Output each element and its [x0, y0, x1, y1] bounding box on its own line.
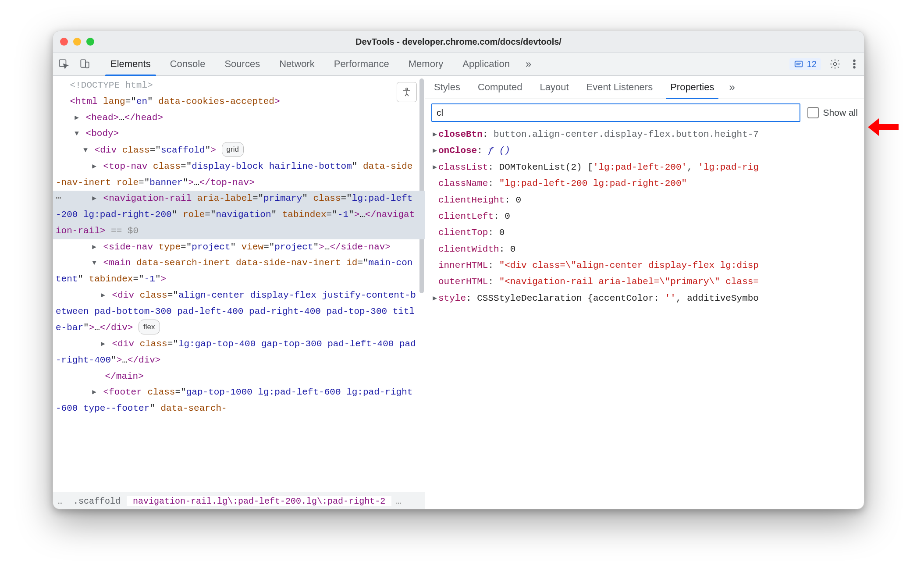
show-all-toggle[interactable]: Show all: [807, 107, 858, 118]
tab-layout[interactable]: Layout: [531, 76, 577, 99]
tab-properties[interactable]: Properties: [661, 76, 723, 99]
property-key: style: [438, 293, 466, 303]
tag-body: <body>: [86, 128, 119, 139]
property-key: onClose: [438, 146, 477, 156]
breadcrumb-overflow-left-icon[interactable]: …: [53, 496, 67, 506]
settings-gear-icon[interactable]: [825, 58, 845, 70]
window-zoom-icon[interactable]: [86, 38, 94, 46]
svg-point-4: [834, 63, 837, 66]
disclosure-right-icon[interactable]: ▶: [431, 292, 438, 305]
issues-count: 12: [807, 59, 817, 69]
side-tabs-overflow-icon[interactable]: »: [723, 76, 738, 99]
svg-rect-2: [85, 62, 89, 68]
tab-label: Console: [170, 58, 206, 70]
tab-elements[interactable]: Elements: [101, 53, 160, 75]
tree-row[interactable]: </main>: [53, 369, 425, 385]
tree-row[interactable]: ▶ <div class="align-center display-flex …: [53, 288, 425, 336]
tree-row[interactable]: ▼ <div class="scaffold"> grid: [53, 142, 425, 159]
property-row[interactable]: ▶onClose: ƒ (): [431, 142, 858, 159]
tree-row[interactable]: <!DOCTYPE html>: [53, 78, 425, 94]
tab-network[interactable]: Network: [270, 53, 324, 75]
property-row[interactable]: outerHTML: "<navigation-rail aria-label=…: [431, 274, 858, 290]
accessibility-button[interactable]: [397, 82, 417, 102]
scrollbar-thumb[interactable]: [419, 78, 424, 293]
property-row[interactable]: ▶closeBtn: button.align-center.display-f…: [431, 126, 858, 142]
property-row[interactable]: className: "lg:pad-left-200 lg:pad-right…: [431, 175, 858, 192]
side-tabs: Styles Computed Layout Event Listeners P…: [425, 76, 864, 99]
disclosure-right-icon[interactable]: ▶: [91, 241, 98, 253]
tab-label: Styles: [434, 82, 460, 93]
breadcrumb-item[interactable]: .scaffold: [67, 496, 127, 506]
tree-row[interactable]: ▶ <div class="lg:gap-top-400 gap-top-300…: [53, 336, 425, 369]
window-title: DevTools - developer.chrome.com/docs/dev…: [53, 37, 864, 47]
elements-panel: <!DOCTYPE html> <html lang="en" data-coo…: [53, 76, 425, 509]
disclosure-down-icon[interactable]: ▼: [82, 144, 89, 156]
tree-row[interactable]: ▶ <top-nav class="display-block hairline…: [53, 159, 425, 191]
window-close-icon[interactable]: [60, 38, 68, 46]
property-row[interactable]: innerHTML: "<div class=\"align-center di…: [431, 257, 858, 274]
svg-point-6: [853, 63, 855, 65]
property-row[interactable]: clientTop: 0: [431, 224, 858, 241]
main-toolbar: Elements Console Sources Network Perform…: [53, 53, 864, 76]
layout-badge-flex[interactable]: flex: [139, 320, 160, 334]
checkbox-icon[interactable]: [807, 107, 819, 118]
tab-sources[interactable]: Sources: [215, 53, 270, 75]
tab-styles[interactable]: Styles: [425, 76, 469, 99]
tag-main: <main data-search-inert data-side-nav-in…: [56, 258, 412, 284]
tag-div: <div class="lg:gap-top-400 gap-top-300 p…: [56, 339, 416, 365]
tab-label: Elements: [110, 58, 151, 70]
tab-event-listeners[interactable]: Event Listeners: [578, 76, 662, 99]
disclosure-right-icon[interactable]: ▶: [100, 338, 107, 350]
property-row[interactable]: ▶style: CSSStyleDeclaration {accentColor…: [431, 290, 858, 306]
layout-badge-grid[interactable]: grid: [222, 142, 244, 157]
property-row[interactable]: clientLeft: 0: [431, 208, 858, 224]
breadcrumb-item-active[interactable]: navigation-rail.lg\:pad-left-200.lg\:pad…: [127, 496, 391, 506]
breadcrumb-overflow-right-icon[interactable]: …: [391, 496, 405, 506]
disclosure-down-icon[interactable]: ▼: [91, 257, 98, 269]
tab-label: Properties: [670, 82, 714, 93]
properties-filter-input[interactable]: [431, 103, 800, 122]
property-key: clientTop: [438, 228, 488, 238]
devtools-window: DevTools - developer.chrome.com/docs/dev…: [53, 31, 864, 509]
tab-console[interactable]: Console: [160, 53, 215, 75]
tree-row[interactable]: ▶ <head>…</head>: [53, 110, 425, 126]
property-key: innerHTML: [438, 260, 488, 270]
properties-filter-bar: Show all: [425, 99, 864, 126]
inspect-element-icon[interactable]: [53, 53, 74, 75]
disclosure-right-icon[interactable]: ▶: [73, 112, 80, 124]
tree-row-selected[interactable]: ⋯ ▶ <navigation-rail aria-label="primary…: [53, 191, 425, 239]
kebab-menu-icon[interactable]: [845, 58, 864, 70]
property-row[interactable]: clientHeight: 0: [431, 192, 858, 208]
tree-row[interactable]: <html lang="en" data-cookies-accepted>: [53, 94, 425, 110]
tag-side-nav: <side-nav type="project" view="project">…: [103, 242, 391, 252]
tab-application[interactable]: Application: [453, 53, 519, 75]
disclosure-right-icon[interactable]: ▶: [91, 160, 98, 173]
property-key: outerHTML: [438, 277, 488, 287]
dom-tree[interactable]: <!DOCTYPE html> <html lang="en" data-coo…: [53, 76, 425, 492]
disclosure-right-icon[interactable]: ▶: [91, 192, 98, 205]
disclosure-right-icon[interactable]: ▶: [100, 289, 107, 302]
disclosure-right-icon[interactable]: ▶: [431, 128, 438, 141]
property-key: className: [438, 178, 488, 188]
tab-label: Memory: [409, 58, 443, 70]
tree-row[interactable]: ▶ <side-nav type="project" view="project…: [53, 239, 425, 256]
tag-main-close: </main>: [105, 371, 144, 381]
disclosure-down-icon[interactable]: ▼: [73, 128, 80, 140]
tab-memory[interactable]: Memory: [399, 53, 453, 75]
row-actions-icon[interactable]: ⋯: [56, 191, 61, 207]
property-row[interactable]: ▶classList: DOMTokenList(2) ['lg:pad-lef…: [431, 159, 858, 175]
issues-counter[interactable]: 12: [789, 58, 821, 70]
tab-computed[interactable]: Computed: [469, 76, 531, 99]
tree-row[interactable]: ▶ <footer class="gap-top-1000 lg:pad-lef…: [53, 384, 425, 417]
disclosure-right-icon[interactable]: ▶: [91, 386, 98, 398]
disclosure-right-icon[interactable]: ▶: [431, 161, 438, 174]
tabs-overflow-icon[interactable]: »: [519, 53, 535, 75]
tree-row[interactable]: ▼ <body>: [53, 126, 425, 142]
tag-div-scaffold: <div class="scaffold">: [95, 145, 216, 155]
tree-row[interactable]: ▼ <main data-search-inert data-side-nav-…: [53, 255, 425, 288]
window-minimize-icon[interactable]: [73, 38, 81, 46]
device-toolbar-icon[interactable]: [74, 53, 95, 75]
property-row[interactable]: clientWidth: 0: [431, 241, 858, 257]
tab-performance[interactable]: Performance: [324, 53, 399, 75]
disclosure-right-icon[interactable]: ▶: [431, 145, 438, 157]
